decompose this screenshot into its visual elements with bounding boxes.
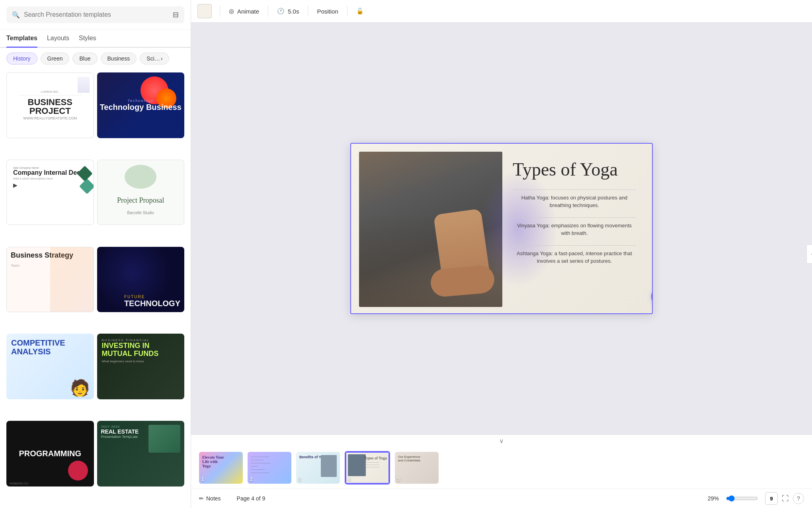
template-competitive-analysis[interactable]: COMPETITIVE ANALYSIS 🧑: [6, 334, 94, 399]
magic-button[interactable]: ✦: [651, 286, 653, 307]
animate-icon: ◎: [229, 8, 234, 15]
zoom-slider[interactable]: [726, 495, 758, 502]
page-num-4: 4: [348, 477, 351, 482]
zoom-indicator: 29%: [708, 495, 719, 502]
template-company-deck[interactable]: Add Company Name Company Internal Deck A…: [6, 160, 94, 225]
status-bar: ✏ Notes Page 4 of 9 29% 9 ⛶ ?: [191, 488, 812, 508]
slide-desc-2: Vinyasa Yoga: emphasizes on flowing move…: [513, 222, 636, 237]
page-thumb-4[interactable]: Types of Yoga ──────────────────────────…: [345, 451, 390, 485]
lock-button[interactable]: 🔓: [349, 4, 371, 18]
position-button[interactable]: Position: [310, 5, 345, 18]
right-panel: ◎ Animate 🕐 5.0s Position 🔓: [191, 0, 812, 508]
pages-count-button[interactable]: 9: [765, 492, 778, 505]
search-bar: 🔍 ⊟: [0, 0, 191, 30]
bottom-nav: ∨ Elevate YourLife withYoga 1 ──────────…: [191, 434, 812, 508]
separator-2: [268, 6, 268, 17]
template-tech-business[interactable]: Technology Technology Business: [97, 72, 185, 138]
page-thumb-5[interactable]: Our Experienceand Credentials 5: [395, 452, 439, 484]
template-programming[interactable]: PROGRAMMING RIMBERIO.CO: [6, 421, 94, 487]
search-container: 🔍 ⊟: [6, 6, 184, 23]
separator-1: [220, 6, 220, 17]
slide-frame[interactable]: Types of Yoga Hatha Yoga: focuses on phy…: [350, 143, 653, 314]
chip-business[interactable]: Business: [101, 53, 137, 64]
toolbar: ◎ Animate 🕐 5.0s Position 🔓: [191, 0, 812, 23]
filter-chips: History Green Blue Business Sci… ›: [0, 48, 191, 69]
canvas-area: Types of Yoga Hatha Yoga: focuses on phy…: [191, 23, 812, 434]
slide-desc-3: Ashtanga Yoga: a fast-paced, intense pra…: [513, 250, 636, 265]
tab-styles[interactable]: Styles: [79, 30, 96, 48]
template-mutual-funds[interactable]: BUSINESS FINANCIAL INVESTING IN MUTUAL F…: [97, 334, 185, 399]
slide-desc-1: Hatha Yoga: focuses on physical postures…: [513, 194, 636, 209]
fullscreen-button[interactable]: ⛶: [782, 494, 789, 503]
template-future-technology[interactable]: FUTURE TECHNOLOGY: [97, 247, 185, 313]
slide-text-area: Types of Yoga Hatha Yoga: focuses on phy…: [505, 152, 644, 281]
left-panel: 🔍 ⊟ Templates Layouts Styles History Gre…: [0, 0, 191, 508]
notes-button[interactable]: ✏ Notes: [199, 495, 221, 502]
separator-3: [308, 6, 308, 17]
pages-strip: Elevate YourLife withYoga 1 ────────────…: [191, 447, 812, 488]
templates-grid: LOREM INC. BUSINESSPROJECT WWW.REALLYGRE…: [0, 69, 191, 508]
search-input[interactable]: [24, 11, 169, 18]
separator-4: [347, 6, 347, 17]
template-real-estate[interactable]: JULY 2022 REAL ESTATE Presentation TempL…: [97, 421, 185, 487]
template-business-strategy[interactable]: Business Strategy Team: [6, 247, 94, 313]
page-num-2: 2: [250, 477, 253, 482]
page-thumb-2[interactable]: ────────────────────────────────────────…: [248, 452, 291, 484]
slide-image-area: [359, 152, 502, 307]
tabs-row: Templates Layouts Styles: [0, 30, 191, 48]
slide-title: Types of Yoga: [513, 160, 636, 180]
tab-layouts[interactable]: Layouts: [47, 30, 69, 48]
template-project-proposal[interactable]: Project Proposal Barcelle Studio: [97, 160, 185, 225]
lock-icon: 🔓: [356, 8, 364, 15]
chip-green[interactable]: Green: [41, 53, 70, 64]
color-swatch[interactable]: [197, 4, 212, 18]
page-num-3: 3: [299, 477, 301, 482]
chip-more[interactable]: Sci… ›: [140, 53, 169, 64]
tab-templates[interactable]: Templates: [6, 30, 37, 48]
animate-button[interactable]: ◎ Animate: [222, 4, 266, 18]
page-thumb-3[interactable]: Benefits of Yoga 3: [296, 452, 340, 484]
search-icon: 🔍: [12, 11, 20, 19]
page-indicator: Page 4 of 9: [237, 495, 265, 502]
help-button[interactable]: ?: [793, 493, 804, 504]
page-num-5: 5: [397, 477, 400, 482]
template-business-project[interactable]: LOREM INC. BUSINESSPROJECT WWW.REALLYGRE…: [6, 72, 94, 138]
filter-icon[interactable]: ⊟: [173, 10, 179, 19]
notes-icon: ✏: [199, 495, 204, 502]
page-thumb-1[interactable]: Elevate YourLife withYoga 1: [199, 452, 243, 484]
page-num-1: 1: [201, 477, 204, 482]
chip-history[interactable]: History: [6, 53, 37, 64]
collapse-button[interactable]: ∨: [191, 435, 812, 447]
chip-blue[interactable]: Blue: [72, 53, 97, 64]
duration-button[interactable]: 🕐 5.0s: [270, 4, 306, 18]
clock-icon: 🕐: [277, 8, 285, 15]
